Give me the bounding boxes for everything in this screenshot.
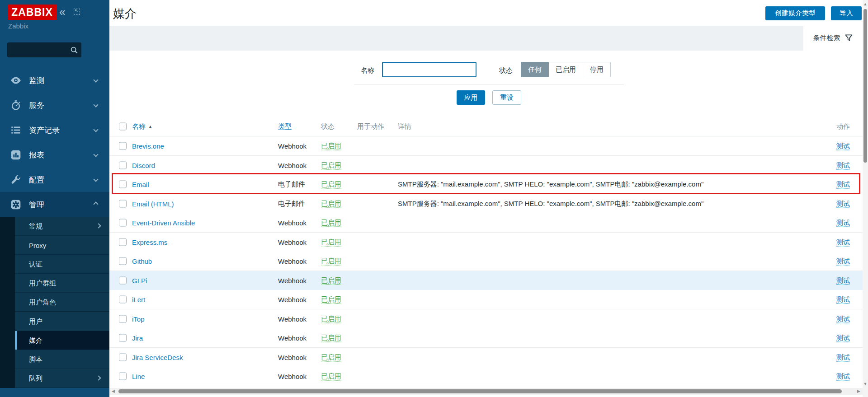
media-type-link[interactable]: iLert [132,296,145,304]
sidebar-subitem-scripts[interactable]: 脚本 [15,350,109,369]
column-header-type[interactable]: 类型 [278,122,292,131]
zabbix-media-types-page: ZABBIX « ↖ Zabbix 监测服务资产记录报表配置管理 常规Proxy… [0,0,868,397]
select-all-checkbox[interactable] [119,122,127,130]
filter-name-input[interactable] [382,62,476,77]
sidebar-popout-icon[interactable]: ↖ [74,9,80,15]
row-checkbox[interactable] [119,257,127,265]
test-link[interactable]: 测试 [836,334,850,342]
scroll-left-arrow-icon[interactable]: ◀ [112,389,115,393]
sidebar-item-configuration[interactable]: 配置 [0,167,109,192]
media-type-link[interactable]: Brevis.one [132,142,164,150]
status-option-any[interactable]: 任何 [521,62,549,77]
test-link[interactable]: 测试 [836,315,850,323]
test-link[interactable]: 测试 [836,257,850,266]
filter-tab[interactable]: 条件检索 [803,26,863,51]
test-link[interactable]: 测试 [836,276,850,285]
create-media-type-button[interactable]: 创建媒介类型 [765,6,825,20]
media-type-link[interactable]: Github [132,257,152,265]
sidebar-item-administration[interactable]: 管理 [0,192,109,217]
media-type-link[interactable]: iTop [132,315,145,323]
media-type-link[interactable]: Jira ServiceDesk [132,354,183,361]
media-type-link[interactable]: Discord [132,162,155,169]
status-toggle-link[interactable]: 已启用 [321,219,341,227]
media-type-link[interactable]: Line [132,373,145,380]
status-option-enabled[interactable]: 已启用 [549,62,583,77]
media-type-link[interactable]: Jira [132,334,143,342]
row-checkbox[interactable] [119,334,127,342]
test-link[interactable]: 测试 [836,238,850,247]
column-header-name[interactable]: 名称▲ [132,122,152,131]
import-button[interactable]: 导入 [831,6,862,20]
row-checkbox[interactable] [119,315,127,323]
status-toggle-link[interactable]: 已启用 [321,180,341,189]
test-link[interactable]: 测试 [836,353,850,362]
sidebar-item-monitoring[interactable]: 监测 [0,68,109,93]
test-link[interactable]: 测试 [836,372,850,381]
test-link[interactable]: 测试 [836,200,850,208]
sidebar-subitem-queue[interactable]: 队列 [15,369,109,388]
status-toggle-link[interactable]: 已启用 [321,353,341,362]
sidebar-subitem-user-groups[interactable]: 用户群组 [15,274,109,293]
status-toggle-link[interactable]: 已启用 [321,334,341,342]
media-type-link[interactable]: Email (HTML) [132,200,174,208]
vertical-scrollbar[interactable]: ▲ ▼ [863,0,868,397]
row-checkbox[interactable] [119,238,127,246]
reset-button[interactable]: 重设 [492,90,521,105]
status-toggle-link[interactable]: 已启用 [321,295,341,304]
status-toggle-link[interactable]: 已启用 [321,238,341,247]
sidebar-search-input[interactable] [10,44,67,56]
status-toggle-link[interactable]: 已启用 [321,200,341,208]
test-link[interactable]: 测试 [836,180,850,189]
row-checkbox[interactable] [119,181,127,188]
status-toggle-link[interactable]: 已启用 [321,257,341,266]
type-cell: Webhook [278,277,307,285]
sidebar-item-services[interactable]: 服务 [0,93,109,117]
row-checkbox[interactable] [119,354,127,361]
row-checkbox[interactable] [119,296,127,304]
filter-name-label: 名称 [344,66,374,75]
media-type-link[interactable]: Express.ms [132,238,167,246]
horizontal-scrollbar-thumb[interactable] [118,389,842,393]
scroll-down-arrow-icon[interactable]: ▼ [863,382,868,386]
sidebar-subitem-media[interactable]: 媒介 [15,331,109,350]
sidebar-collapse-icon[interactable]: « [59,5,66,19]
vertical-scrollbar-thumb[interactable] [863,9,867,163]
horizontal-scrollbar[interactable]: ◀ ▶ [109,388,863,395]
sidebar-subitem-user-roles[interactable]: 用户角色 [15,293,109,312]
row-checkbox[interactable] [119,200,127,208]
sidebar-subitem-authentication[interactable]: 认证 [15,255,109,274]
chevron-up-icon [93,201,98,206]
media-type-link[interactable]: Event-Driven Ansible [132,219,195,227]
status-option-disabled[interactable]: 停用 [583,62,611,77]
sidebar-item-inventory[interactable]: 资产记录 [0,117,109,142]
test-link[interactable]: 测试 [836,142,850,150]
row-checkbox[interactable] [119,142,127,150]
sidebar-item-label: 报表 [29,149,44,160]
sidebar-subitem-users[interactable]: 用户 [15,312,109,331]
status-toggle-link[interactable]: 已启用 [321,315,341,323]
scroll-up-arrow-icon[interactable]: ▲ [863,2,868,6]
status-toggle-link[interactable]: 已启用 [321,276,341,285]
table-header: 名称▲ 类型 状态 用于动作 详情 动作 [109,117,863,136]
sidebar-subitem-general[interactable]: 常规 [15,217,109,236]
scroll-right-arrow-icon[interactable]: ▶ [857,389,860,393]
filter-tabs-strip [109,26,863,51]
sidebar-item-reports[interactable]: 报表 [0,142,109,167]
status-toggle-link[interactable]: 已启用 [321,142,341,150]
status-toggle-link[interactable]: 已启用 [321,161,341,170]
sidebar-subitem-proxy[interactable]: Proxy [15,236,109,255]
row-checkbox[interactable] [119,219,127,227]
row-checkbox[interactable] [119,277,127,285]
status-toggle-link[interactable]: 已启用 [321,372,341,381]
row-checkbox[interactable] [119,162,127,169]
test-link[interactable]: 测试 [836,295,850,304]
test-link[interactable]: 测试 [836,219,850,227]
type-cell: 电子邮件 [278,200,305,208]
zabbix-logo[interactable]: ZABBIX [8,5,57,20]
media-type-link[interactable]: Email [132,181,149,188]
apply-button[interactable]: 应用 [457,90,485,105]
row-checkbox[interactable] [119,373,127,380]
media-type-link[interactable]: GLPi [132,277,147,285]
chevron-down-icon [93,152,98,157]
test-link[interactable]: 测试 [836,161,850,170]
